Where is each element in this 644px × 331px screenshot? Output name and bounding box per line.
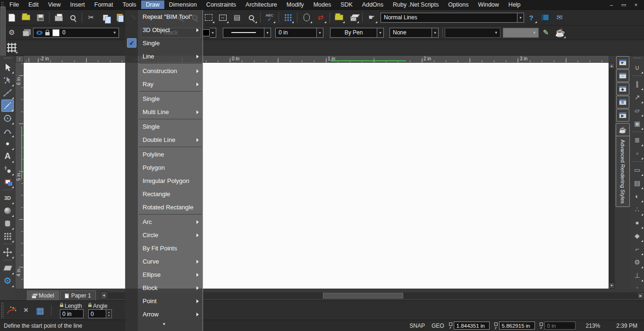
menu-item-arrow[interactable]: Arrow [126,307,203,321]
menu-help[interactable]: Help [504,0,525,9]
drag-mode-icon[interactable]: ☛ [366,12,377,23]
line-tool[interactable] [1,99,14,112]
line-style-set-combo[interactable]: Normal Lines [381,13,517,23]
gears-tool[interactable]: ⚙ [631,257,643,268]
left-rail-grip[interactable] [3,57,12,59]
zoom-extents-icon[interactable]: •• [217,12,229,23]
spinner-up-icon[interactable]: ▴ [108,311,110,314]
open-file-icon[interactable] [20,12,32,23]
menu-item-block[interactable]: Block [126,281,203,294]
length-input[interactable]: 0 in [60,309,84,318]
z-coordinate-field[interactable]: 0 in [544,322,576,330]
scroll-right-button[interactable]: ► [637,292,644,299]
pipe-tool[interactable]: ⌐ [631,243,643,255]
menu-item-rectangle[interactable]: Rectangle [126,187,203,200]
menu-item-line[interactable]: Line [126,50,203,63]
arc-tool[interactable] [1,125,14,137]
palette-tab-settings[interactable]: ⚙ [616,96,629,108]
snap-toggle[interactable]: SNAP [409,323,425,329]
cut-icon[interactable]: ✂ [85,12,97,23]
menu-item-ellipse[interactable]: Ellipse [126,268,203,281]
screw-tool[interactable]: ⊥ [631,270,643,281]
spinner-down-icon[interactable]: ▾ [108,314,110,317]
sphere-tool[interactable] [1,205,14,217]
point-tool[interactable] [1,138,14,150]
viewport-tool[interactable]: ▭ [631,164,643,176]
line-pattern-combo[interactable] [223,28,264,38]
menu-item-double-line[interactable]: Double Line [126,133,203,146]
menu-item-multi-line[interactable]: Multi Line [126,105,203,118]
layer-combo[interactable]: 0 ▾ [33,28,119,38]
coordinate-mouse-icon[interactable] [301,12,312,23]
surface-wrap-tool[interactable]: ◐ [631,190,643,202]
menu-item-ray[interactable]: Ray [126,77,203,91]
menu-item-repeat-bim-tool[interactable]: Repeat "BIM Tool" [126,10,203,23]
menu-item-single-double[interactable]: Single [126,120,203,133]
angle-spinner[interactable]: ▴ ▾ [106,309,112,318]
profile-tool[interactable]: ∪ [631,62,643,74]
zoom-window-icon[interactable] [246,12,257,23]
menu-addons[interactable]: AddOns [357,0,388,9]
tab-model[interactable]: Model [27,290,59,300]
node-edit-tool[interactable] [1,74,14,86]
minimize-button[interactable]: – [606,1,617,8]
pen-color-dropdown[interactable]: ▾ [210,28,216,38]
tab-scroll-left-button[interactable]: ◄ [101,291,107,299]
insert-attachment-tool[interactable] [1,163,14,175]
ruler-origin-corner[interactable]: ↑ [16,56,24,63]
menu-item-irregular-polygon[interactable]: Irregular Polygon [126,174,203,187]
insert-picture-tool[interactable] [1,176,14,188]
menu-modes[interactable]: Modes [309,0,336,9]
menu-dimension[interactable]: Dimension [164,0,202,9]
dash-scale-combo[interactable]: By Pen [330,28,377,38]
snap-grid-icon[interactable] [282,12,294,23]
select-tool[interactable] [1,61,14,74]
address-book-icon[interactable] [540,12,551,23]
clipboard-tool[interactable]: ▣ [631,118,643,130]
menu-file[interactable]: File [5,0,24,9]
palette-tab-picker[interactable]: ▶ [616,109,629,122]
menu-item-3d-object[interactable]: 3D Object [126,23,203,36]
y-coordinate-field[interactable]: 5.862915 in [499,322,535,330]
vector-arrow-tool[interactable]: ↗ [631,91,643,103]
flip-icon[interactable]: ⇄ [315,12,326,23]
move-tool[interactable] [1,246,14,258]
render-style-cup-icon[interactable]: ☕ [554,27,566,38]
menu-item-rotated-rectangle[interactable]: Rotated Rectangle [126,200,203,214]
menu-architecture[interactable]: Architecture [241,0,282,9]
palette-vertical-title[interactable]: Advanced Rendering Styles [616,136,630,207]
menu-insert[interactable]: Insert [66,0,90,9]
fill-pattern-dropdown[interactable]: ▾ [432,28,439,38]
circle-tool[interactable] [1,112,14,124]
palette-tab-drag[interactable]: ☛ [616,56,629,69]
extrude-tool[interactable] [1,262,14,274]
fill-pattern-combo[interactable]: None [390,28,432,38]
menu-item-single-multi[interactable]: Single [126,92,203,105]
menu-modify[interactable]: Modify [282,0,309,9]
palette-tab-blocks[interactable]: ◆ [616,83,629,95]
hatch-combo[interactable]: ▾ [503,28,539,38]
cancel-x-icon[interactable]: × [20,305,32,316]
restore-button[interactable]: ▭ [619,1,629,8]
menu-view[interactable]: View [43,0,66,9]
settings-gear-icon[interactable]: ⚙ [6,27,17,38]
menu-ruby-net-scripts[interactable]: Ruby .Net Scripts [388,0,443,9]
edit-pencil-icon[interactable]: ✎ [540,27,551,38]
close-button[interactable]: × [631,1,641,8]
send-mail-icon[interactable]: ✉ [554,12,565,23]
calculator-table-icon[interactable]: ▦ [34,305,46,316]
angle-lock-icon[interactable] [88,305,92,307]
copy-icon[interactable] [100,12,111,23]
menu-item-curve[interactable]: Curve [126,255,203,268]
fasteners-tool[interactable]: ∴ [631,204,643,215]
menu-item-construction[interactable]: Construction [126,64,203,77]
menu-edit[interactable]: Edit [24,0,43,9]
ball-tool[interactable]: ● [631,217,643,229]
horizontal-scrollbar-thumb[interactable] [323,293,403,298]
menu-item-polyline[interactable]: Polyline [126,148,203,161]
paste-icon[interactable] [114,12,125,23]
sheets-tool[interactable]: ▤ [631,177,643,189]
new-file-icon[interactable] [6,12,17,23]
angle-input[interactable]: 0 [88,309,106,318]
menu-format[interactable]: Format [90,0,118,9]
